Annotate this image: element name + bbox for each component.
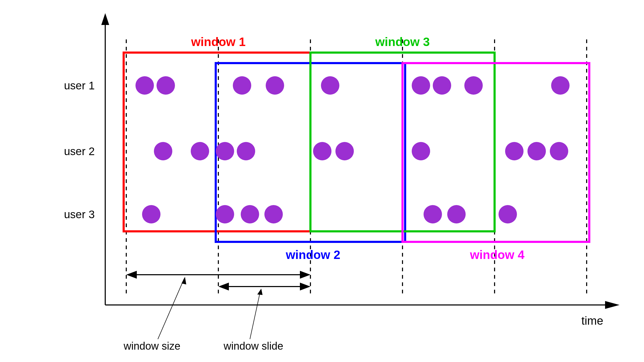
pointer-2	[250, 290, 260, 339]
pointer-1	[158, 279, 184, 339]
window-size-text: window size	[123, 340, 180, 352]
row-label-user3: user 3	[64, 208, 95, 221]
window-3-label: window 3	[375, 35, 430, 49]
event-dot	[233, 76, 251, 95]
event-dot	[321, 76, 339, 95]
window-slide-text: window slide	[223, 340, 283, 352]
event-dot	[191, 142, 209, 160]
arrow-left-1	[126, 271, 137, 279]
event-dot	[527, 142, 546, 160]
event-dot	[424, 205, 442, 223]
event-dot	[216, 205, 234, 223]
event-dot	[241, 205, 259, 223]
event-dot	[433, 76, 451, 95]
event-dot	[142, 205, 160, 223]
event-dot	[550, 142, 568, 160]
event-dot	[412, 76, 430, 95]
window-1-rect	[124, 53, 310, 231]
event-dot	[412, 142, 430, 160]
arrow-right-1	[300, 271, 310, 279]
event-dot	[313, 142, 331, 160]
event-dot	[216, 142, 234, 160]
event-dot	[499, 205, 517, 223]
x-axis-label: time	[581, 314, 603, 327]
row-label-user2: user 2	[64, 145, 95, 157]
event-dot	[237, 142, 255, 160]
event-dot	[551, 76, 570, 95]
sliding-window-diagram: time user 1 user 2 user 3 window 1 windo…	[0, 0, 644, 362]
x-axis-arrow	[605, 301, 620, 309]
window-2-label: window 2	[286, 248, 340, 262]
window-1-label: window 1	[191, 35, 246, 49]
event-dot	[135, 76, 154, 95]
event-dot	[505, 142, 524, 160]
event-dot	[157, 76, 175, 95]
arrow-left-2	[218, 283, 229, 290]
event-dot	[264, 205, 283, 223]
row-label-user1: user 1	[64, 79, 95, 92]
event-dot	[266, 76, 284, 95]
pointer-1-head	[182, 277, 186, 284]
event-dot	[335, 142, 354, 160]
event-dot	[447, 205, 466, 223]
arrow-right-2	[300, 283, 310, 290]
event-dot	[154, 142, 172, 160]
window-4-label: window 4	[470, 248, 525, 262]
event-dot	[464, 76, 483, 95]
y-axis-arrow	[101, 13, 109, 25]
pointer-2-head	[257, 289, 263, 295]
